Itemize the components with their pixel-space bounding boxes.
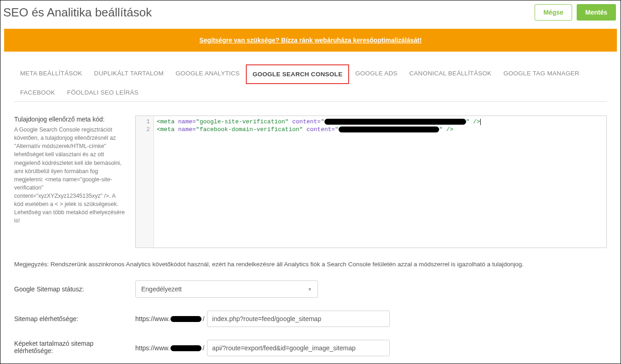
chevron-down-icon: ▼: [308, 287, 312, 292]
help-banner: Segítségre van szüksége? Bízza ránk webá…: [4, 29, 617, 52]
tab-meta-beallitasok[interactable]: META BEÁLLÍTÁSOK: [14, 64, 88, 84]
redacted-domain-icon: [170, 316, 202, 322]
analytics-note: Megjegyzés: Rendszerünk asszinkronos Ana…: [14, 261, 607, 268]
cancel-button[interactable]: Mégse: [535, 4, 572, 21]
meta-code-label: Tulajdonjog ellenőrző meta kód:: [14, 116, 126, 123]
save-button[interactable]: Mentés: [577, 4, 616, 21]
editor-content[interactable]: <meta name="google-site-verification" co…: [154, 116, 606, 248]
tab-google-analytics[interactable]: GOOGLE ANALYTICS: [170, 64, 245, 84]
tab-google-search-console[interactable]: GOOGLE SEARCH CONSOLE: [246, 64, 350, 84]
redacted-content-icon: [324, 119, 466, 125]
tab-google-ads[interactable]: GOOGLE ADS: [349, 64, 403, 84]
sitemap-status-select[interactable]: Engedélyezett ▼: [135, 280, 318, 298]
sitemap-status-value: Engedélyezett: [141, 285, 182, 293]
tab-google-tag-manager[interactable]: GOOGLE TAG MANAGER: [498, 64, 585, 84]
meta-code-description: A Google Search Console regisztrációt kö…: [14, 126, 126, 225]
image-sitemap-url-input[interactable]: [207, 340, 390, 356]
image-sitemap-url-prefix: https://www./: [135, 344, 204, 352]
image-sitemap-url-label: Képeket tartalmazó sitemap elérhetősége:: [14, 340, 126, 354]
text-cursor: [480, 119, 481, 125]
tab-duplikalt-tartalom[interactable]: DUPLIKÁLT TARTALOM: [88, 64, 170, 84]
tabs-nav: META BEÁLLÍTÁSOK DUPLIKÁLT TARTALOM GOOG…: [14, 64, 607, 102]
redacted-content-icon: [339, 127, 439, 132]
meta-code-editor[interactable]: 1 2 <meta name="google-site-verification…: [135, 116, 607, 248]
page-title: SEO és Analitika beállítások: [3, 5, 152, 20]
sitemap-url-input[interactable]: [207, 311, 390, 327]
sitemap-url-prefix: https://www./: [135, 315, 204, 322]
redacted-domain-icon: [170, 345, 202, 351]
tab-canonical-beallitasok[interactable]: CANONICAL BEÁLLÍTÁSOK: [403, 64, 498, 84]
tab-facebook[interactable]: FACEBOOK: [14, 84, 61, 101]
help-banner-link[interactable]: Segítségre van szüksége? Bízza ránk webá…: [199, 37, 421, 44]
editor-gutter: 1 2: [136, 116, 154, 248]
sitemap-url-label: Sitemap elérhetősége:: [14, 315, 126, 322]
sitemap-status-label: Google Sitemap státusz:: [14, 285, 126, 293]
tab-fooldali-seo-leiras[interactable]: FŐOLDALI SEO LEÍRÁS: [61, 84, 145, 101]
